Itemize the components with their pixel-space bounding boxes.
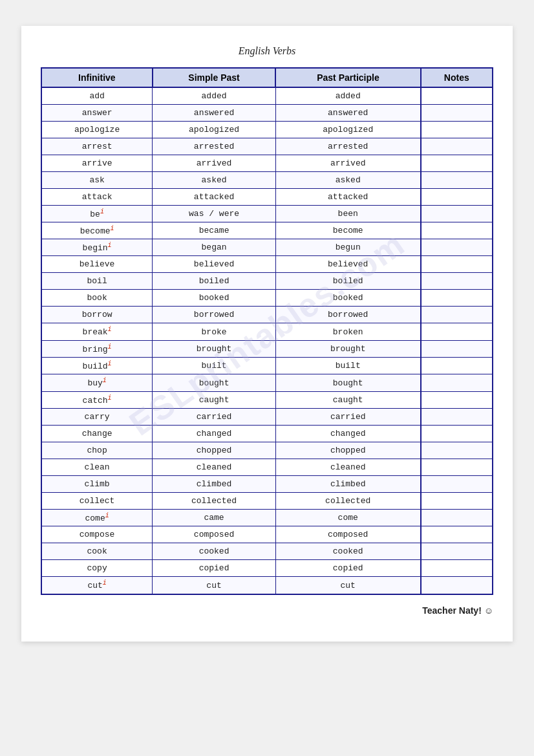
cell-past-participle: broken <box>275 323 420 340</box>
cell-notes <box>421 340 493 357</box>
cell-simple-past: began <box>153 239 276 256</box>
cell-notes <box>421 138 493 155</box>
table-row: breakibrokebroken <box>41 323 493 340</box>
cell-notes <box>421 171 493 188</box>
cell-past-participle: chopped <box>275 442 420 459</box>
cell-past-participle: come <box>275 510 420 526</box>
cell-simple-past: arrived <box>153 155 276 171</box>
table-row: cleancleanedcleaned <box>41 459 493 476</box>
cell-simple-past: cut <box>153 577 276 594</box>
cell-past-participle: answered <box>275 104 420 121</box>
cell-infinitive: believe <box>41 256 153 273</box>
cell-simple-past: bought <box>153 374 276 391</box>
col-infinitive-header: Infinitive <box>41 68 153 87</box>
cell-past-participle: asked <box>275 171 420 188</box>
table-row: comeicamecome <box>41 510 493 526</box>
table-row: bookbookedbooked <box>41 290 493 307</box>
cell-infinitive: arrest <box>41 138 153 155</box>
footer-text: Teacher Naty! ☺ <box>41 605 493 616</box>
table-row: borrowborrowedborrowed <box>41 307 493 323</box>
cell-past-participle: caught <box>275 391 420 408</box>
cell-infinitive: bringi <box>41 340 153 357</box>
cell-simple-past: cooked <box>153 543 276 560</box>
table-row: becomeibecamebecome <box>41 222 493 239</box>
table-row: cuticutcut <box>41 577 493 594</box>
cell-past-participle: arrived <box>275 155 420 171</box>
cell-simple-past: caught <box>153 391 276 408</box>
cell-infinitive: buyi <box>41 374 153 391</box>
cell-past-participle: copied <box>275 560 420 577</box>
cell-notes <box>421 409 493 426</box>
cell-past-participle: begun <box>275 239 420 256</box>
cell-notes <box>421 543 493 560</box>
cell-simple-past: broke <box>153 323 276 340</box>
cell-simple-past: cleaned <box>153 459 276 476</box>
cell-simple-past: copied <box>153 560 276 577</box>
page-title: English Verbs <box>41 45 493 57</box>
cell-infinitive: becomei <box>41 222 153 239</box>
cell-notes <box>421 426 493 442</box>
cell-notes <box>421 374 493 391</box>
cell-infinitive: ask <box>41 171 153 188</box>
cell-simple-past: booked <box>153 290 276 307</box>
table-row: composecomposedcomposed <box>41 526 493 543</box>
cell-simple-past: chopped <box>153 442 276 459</box>
cell-simple-past: climbed <box>153 476 276 493</box>
cell-past-participle: arrested <box>275 138 420 155</box>
cell-infinitive: begini <box>41 239 153 256</box>
cell-past-participle: believed <box>275 256 420 273</box>
cell-infinitive: cuti <box>41 577 153 594</box>
cell-past-participle: changed <box>275 426 420 442</box>
table-row: cookcookedcooked <box>41 543 493 560</box>
table-row: apologizeapologizedapologized <box>41 121 493 138</box>
cell-notes <box>421 256 493 273</box>
table-row: climbclimbedclimbed <box>41 476 493 493</box>
cell-simple-past: attacked <box>153 188 276 205</box>
page: ESLprintables.com English Verbs Infiniti… <box>21 26 513 642</box>
cell-infinitive: copy <box>41 560 153 577</box>
cell-infinitive: collect <box>41 493 153 510</box>
cell-simple-past: became <box>153 222 276 239</box>
table-row: buyiboughtbought <box>41 374 493 391</box>
cell-simple-past: collected <box>153 493 276 510</box>
cell-notes <box>421 87 493 104</box>
cell-infinitive: buildi <box>41 358 153 374</box>
cell-notes <box>421 493 493 510</box>
cell-simple-past: asked <box>153 171 276 188</box>
cell-past-participle: cut <box>275 577 420 594</box>
table-header-row: Infinitive Simple Past Past Participle N… <box>41 68 493 87</box>
col-simplepast-header: Simple Past <box>153 68 276 87</box>
cell-notes <box>421 560 493 577</box>
table-row: arrivearrivedarrived <box>41 155 493 171</box>
cell-infinitive: compose <box>41 526 153 543</box>
table-row: catchicaughtcaught <box>41 391 493 408</box>
cell-infinitive: breaki <box>41 323 153 340</box>
table-row: copycopiedcopied <box>41 560 493 577</box>
cell-simple-past: was / were <box>153 205 276 222</box>
cell-notes <box>421 104 493 121</box>
cell-past-participle: carried <box>275 409 420 426</box>
cell-notes <box>421 155 493 171</box>
cell-notes <box>421 121 493 138</box>
cell-infinitive: clean <box>41 459 153 476</box>
table-row: carrycarriedcarried <box>41 409 493 426</box>
table-row: arrestarrestedarrested <box>41 138 493 155</box>
table-row: believebelievedbelieved <box>41 256 493 273</box>
cell-past-participle: been <box>275 205 420 222</box>
table-row: attackattackedattacked <box>41 188 493 205</box>
cell-notes <box>421 526 493 543</box>
cell-infinitive: answer <box>41 104 153 121</box>
table-row: answeransweredanswered <box>41 104 493 121</box>
cell-notes <box>421 290 493 307</box>
table-row: buildibuiltbuilt <box>41 358 493 374</box>
table-row: beginibeganbegun <box>41 239 493 256</box>
cell-infinitive: apologize <box>41 121 153 138</box>
cell-notes <box>421 391 493 408</box>
cell-notes <box>421 358 493 374</box>
cell-past-participle: brought <box>275 340 420 357</box>
cell-simple-past: answered <box>153 104 276 121</box>
cell-notes <box>421 442 493 459</box>
cell-simple-past: composed <box>153 526 276 543</box>
table-row: boilboiledboiled <box>41 273 493 290</box>
table-row: changechangedchanged <box>41 426 493 442</box>
